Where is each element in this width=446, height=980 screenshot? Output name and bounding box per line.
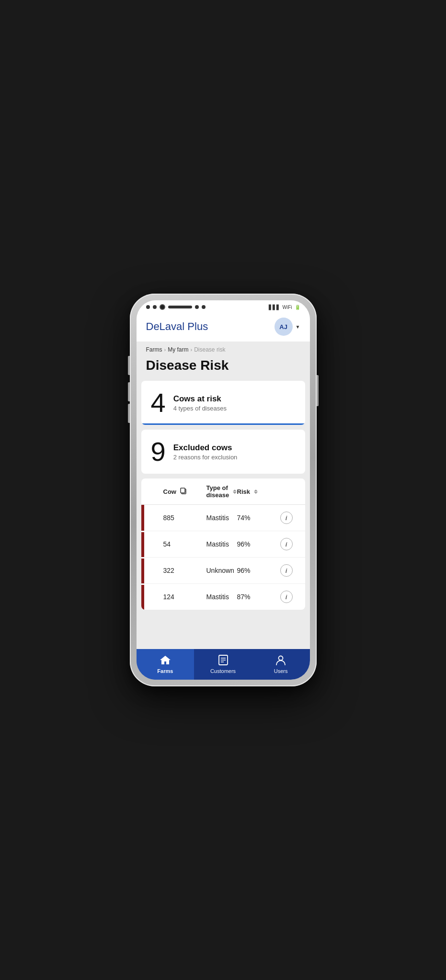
cows-at-risk-subtitle: 4 types of diseases — [173, 405, 227, 412]
cows-at-risk-title: Cows at risk — [173, 394, 227, 404]
breadcrumb-sep-2: › — [191, 347, 193, 353]
breadcrumb-current: Disease risk — [194, 346, 225, 353]
risk-value: 87% — [237, 593, 280, 601]
avatar[interactable]: AJ — [274, 318, 293, 336]
dot-3 — [195, 305, 199, 309]
farms-icon — [159, 654, 172, 666]
th-risk-label: Risk — [237, 488, 250, 495]
disease-type: Mastitis — [206, 593, 237, 601]
page-title: Disease Risk — [137, 356, 310, 381]
speaker — [168, 306, 192, 308]
excluded-cows-info: Excluded cows 2 reasons for exclusion — [173, 443, 238, 461]
cow-number: 885 — [163, 514, 206, 522]
th-cow-label: Cow — [163, 488, 176, 495]
users-icon — [274, 654, 287, 666]
nav-farms-label: Farms — [157, 668, 173, 674]
avatar-initials: AJ — [279, 323, 287, 330]
info-button[interactable]: i — [280, 512, 293, 524]
dot-2 — [153, 305, 157, 309]
bottom-nav: Farms Customers Users — [137, 649, 310, 680]
svg-point-6 — [279, 656, 283, 661]
nav-item-farms[interactable]: Farms — [137, 649, 194, 680]
risk-bar — [141, 558, 144, 583]
phone-shell: ▋▋▋ WiFi 🔋 DeLaval Plus AJ ▼ Farms › — [130, 294, 317, 686]
excluded-cows-number: 9 — [151, 438, 166, 465]
table-row[interactable]: 885 Mastitis 74% i — [141, 505, 305, 531]
avatar-container[interactable]: AJ ▼ — [274, 318, 300, 336]
excluded-cows-stat: 9 Excluded cows 2 reasons for exclusion — [151, 438, 296, 465]
cows-at-risk-card[interactable]: 4 Cows at risk 4 types of diseases — [141, 381, 305, 425]
breadcrumb: Farms › My farm › Disease risk — [137, 342, 310, 356]
cows-at-risk-stat: 4 Cows at risk 4 types of diseases — [151, 389, 296, 416]
table-row[interactable]: 322 Unknown 96% i — [141, 558, 305, 584]
wifi-icon: WiFi — [283, 305, 292, 310]
cows-at-risk-info: Cows at risk 4 types of diseases — [173, 394, 227, 412]
nav-item-customers[interactable]: Customers — [194, 649, 252, 680]
copy-icon — [180, 488, 187, 496]
battery-icon: 🔋 — [295, 305, 300, 310]
app-header: DeLaval Plus AJ ▼ — [137, 312, 310, 342]
camera-dot — [160, 304, 165, 310]
excluded-cows-subtitle: 2 reasons for exclusion — [173, 454, 238, 461]
risk-value: 96% — [237, 540, 280, 548]
th-risk[interactable]: Risk — [237, 488, 280, 495]
th-disease-label: Type ofdisease — [206, 484, 229, 499]
signal-icon: ▋▋▋ — [269, 305, 280, 310]
risk-value: 74% — [237, 514, 280, 522]
app-logo: DeLaval Plus — [146, 320, 208, 333]
customers-icon — [217, 654, 229, 666]
nav-item-users[interactable]: Users — [252, 649, 310, 680]
phone-screen: ▋▋▋ WiFi 🔋 DeLaval Plus AJ ▼ Farms › — [137, 300, 310, 680]
excluded-cows-title: Excluded cows — [173, 443, 238, 453]
excluded-cows-card[interactable]: 9 Excluded cows 2 reasons for exclusion — [141, 430, 305, 474]
risk-sort-icon — [254, 490, 258, 494]
nav-customers-label: Customers — [210, 668, 236, 674]
breadcrumb-farms[interactable]: Farms — [146, 346, 162, 353]
main-content: Farms › My farm › Disease risk Disease R… — [137, 342, 310, 649]
notch-area — [146, 304, 206, 310]
disease-type: Unknown — [206, 567, 237, 574]
status-bar: ▋▋▋ WiFi 🔋 — [137, 300, 310, 312]
info-button[interactable]: i — [280, 564, 293, 577]
risk-bar — [141, 505, 144, 531]
cows-at-risk-number: 4 — [151, 389, 166, 416]
cow-number: 124 — [163, 593, 206, 601]
risk-value: 96% — [237, 567, 280, 574]
svg-rect-1 — [181, 488, 185, 493]
cow-number: 54 — [163, 540, 206, 548]
disease-type: Mastitis — [206, 514, 237, 522]
disease-sort-icon — [233, 490, 237, 494]
logo-delaval: DeLaval — [146, 320, 185, 332]
status-icons: ▋▋▋ WiFi 🔋 — [269, 305, 300, 310]
table-row[interactable]: 54 Mastitis 96% i — [141, 531, 305, 558]
logo-plus: Plus — [184, 320, 208, 332]
dot-1 — [146, 305, 150, 309]
risk-bar — [141, 531, 144, 557]
risk-bar — [141, 584, 144, 610]
th-disease[interactable]: Type ofdisease — [206, 484, 237, 499]
chevron-down-icon: ▼ — [296, 324, 300, 330]
info-button[interactable]: i — [280, 538, 293, 550]
dot-4 — [202, 305, 206, 309]
table-row[interactable]: 124 Mastitis 87% i — [141, 584, 305, 610]
nav-users-label: Users — [274, 668, 288, 674]
info-button[interactable]: i — [280, 591, 293, 603]
cow-number: 322 — [163, 567, 206, 574]
breadcrumb-myfarm[interactable]: My farm — [168, 346, 188, 353]
th-cow[interactable]: Cow — [163, 488, 206, 496]
table-header: Cow Type ofdisease — [141, 479, 305, 505]
disease-table: Cow Type ofdisease — [141, 479, 305, 610]
breadcrumb-sep-1: › — [164, 347, 166, 353]
disease-type: Mastitis — [206, 540, 237, 548]
